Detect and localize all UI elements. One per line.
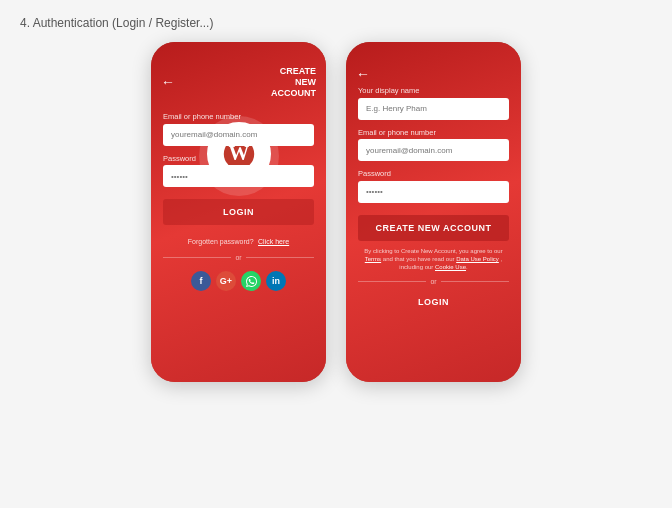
- and-text: and that you have read our: [383, 256, 456, 262]
- reg-email-label: Email or phone number: [358, 128, 509, 137]
- forgot-prefix: Forgotten password?: [188, 238, 254, 245]
- or-divider: or: [163, 254, 314, 261]
- reg-password-label: Password: [358, 169, 509, 178]
- login-back-button[interactable]: ←: [161, 74, 175, 90]
- login-form-area: Email or phone number Password LOGIN For…: [151, 112, 326, 382]
- register-login-button[interactable]: LOGIN: [358, 297, 509, 307]
- login-nav-title: CREATE NEW ACCOUNT: [271, 66, 316, 98]
- password-label: Password: [163, 154, 314, 163]
- password-group: Password: [163, 154, 314, 188]
- login-phone: ••••• Sketch 9:41 AM 56% ← CREATE NEW AC…: [151, 42, 326, 382]
- login-button[interactable]: LOGIN: [163, 199, 314, 225]
- google-plus-icon[interactable]: G+: [216, 271, 236, 291]
- register-form-area: Your display name Email or phone number …: [346, 86, 521, 382]
- or-line-left: [163, 257, 231, 258]
- reg-email-group: Email or phone number: [358, 128, 509, 162]
- reg-password-input[interactable]: [358, 181, 509, 203]
- terms-text: By clicking to Create New Account, you a…: [358, 247, 509, 272]
- phones-container: ••••• Sketch 9:41 AM 56% ← CREATE NEW AC…: [151, 42, 521, 382]
- reg-email-input[interactable]: [358, 139, 509, 161]
- page-label: 4. Authentication (Login / Register...): [20, 16, 213, 30]
- social-icons-group: f G+ in: [191, 271, 286, 291]
- email-input[interactable]: [163, 124, 314, 146]
- forgot-link[interactable]: Click here: [258, 238, 289, 245]
- whatsapp-icon[interactable]: [241, 271, 261, 291]
- email-label: Email or phone number: [163, 112, 314, 121]
- or-text: or: [235, 254, 241, 261]
- create-account-button[interactable]: CREATE NEW ACCOUNT: [358, 215, 509, 241]
- reg-or-line-right: [441, 281, 509, 282]
- facebook-icon[interactable]: f: [191, 271, 211, 291]
- forgot-password-area: Forgotten password? Click here: [188, 230, 289, 248]
- email-group: Email or phone number: [163, 112, 314, 146]
- password-input[interactable]: [163, 165, 314, 187]
- register-back-button[interactable]: ←: [356, 66, 370, 82]
- linkedin-icon[interactable]: in: [266, 271, 286, 291]
- register-phone: Sketch ▾ 9:41 AM 50% ← Your display name…: [346, 42, 521, 382]
- cookie-link[interactable]: Cookie Use: [435, 264, 466, 270]
- display-name-input[interactable]: [358, 98, 509, 120]
- terms-link[interactable]: Terms: [365, 256, 381, 262]
- login-phone-content: ← CREATE NEW ACCOUNT W: [151, 60, 326, 382]
- reg-or-line-left: [358, 281, 426, 282]
- login-nav-header: ← CREATE NEW ACCOUNT: [151, 60, 326, 102]
- register-nav-header: ←: [346, 60, 521, 86]
- reg-password-group: Password: [358, 169, 509, 203]
- or-line-right: [246, 257, 314, 258]
- reg-or-text: or: [430, 278, 436, 285]
- terms-prefix: By clicking to Create New Account, you a…: [364, 248, 502, 254]
- data-policy-link[interactable]: Data Use Policy: [456, 256, 499, 262]
- display-name-label: Your display name: [358, 86, 509, 95]
- display-name-group: Your display name: [358, 86, 509, 120]
- reg-or-divider: or: [358, 278, 509, 285]
